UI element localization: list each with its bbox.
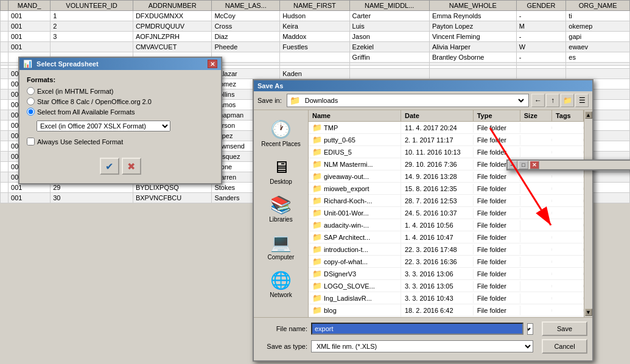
always-use-checkbox-row[interactable]: Always Use Selected Format [27,138,214,145]
save-in-select[interactable]: Downloads [303,96,526,105]
savetype-label: Save as type: [259,343,307,350]
file-tags-cell [552,248,584,251]
file-tags-cell [552,127,584,129]
file-name-cell: 📁giveaway-out... [309,170,401,182]
file-date-cell: 11. 4. 2017 20:24 [401,123,474,133]
radio-all-formats-label: Select from All Available Formats [37,108,135,116]
select-dialog-cancel-button[interactable]: ✖ [122,158,141,175]
sidebar-item-computer[interactable]: 💻 Computer [257,228,306,265]
save-dialog-minimize-button[interactable]: ─ [508,161,517,169]
file-type-cell: File folder [474,293,520,303]
file-row[interactable]: 📁putty_0-65 2. 1. 2017 11:17 File folder [309,134,584,146]
file-size-cell [520,200,552,202]
col-header-name[interactable]: Name [309,110,401,121]
save-dialog-title-controls: ─ □ ✕ [506,159,630,170]
file-size-cell [520,175,552,178]
file-type-cell: File folder [474,233,520,242]
file-size-cell [520,127,552,129]
save-button[interactable]: Save [542,321,587,336]
sidebar-item-recent-places[interactable]: 🕐 Recent Places [257,115,306,152]
folder-icon: 📁 [290,96,300,105]
save-dialog-close-button[interactable]: ✕ [530,161,539,169]
sidebar-libraries-label: Libraries [269,216,292,223]
save-dialog-body: 🕐 Recent Places 🖥 Desktop 📚 Libraries 💻 … [254,110,592,317]
file-list-header: Name Date Type Size Tags [309,110,584,122]
file-row[interactable]: 📁EDIUS_5 10. 11. 2016 10:13 File folder [309,146,584,158]
col-header-type[interactable]: Type [474,110,520,121]
cancel-button[interactable]: Cancel [542,339,587,354]
col-header-date[interactable]: Date [401,110,474,121]
file-row[interactable]: 📁Richard-Koch-... 28. 7. 2016 12:53 File… [309,195,584,207]
scroll-up-button[interactable]: ▲ [585,111,592,119]
file-name-cell: 📁audacity-win-... [309,219,401,231]
file-row[interactable]: 📁extract 11. 2. 2016 9:27 File folder [309,317,584,317]
file-size-cell [520,261,552,263]
file-row[interactable]: 📁copy-of-what... 22. 3. 2016 16:36 File … [309,256,584,268]
savetype-select[interactable]: XML file nm. (*.XLS) [311,340,533,352]
col-header-tags[interactable]: Tags [552,110,584,121]
savetype-row: Save as type: XML file nm. (*.XLS) Cance… [259,339,587,354]
file-type-cell: File folder [474,281,520,291]
computer-icon: 💻 [270,233,292,253]
format-dropdown[interactable]: Excel (in Office 2007 XSLX Format) [37,121,170,131]
sidebar-item-network[interactable]: 🌐 Network [257,266,306,303]
sidebar-item-desktop[interactable]: 🖥 Desktop [257,153,306,189]
file-row[interactable]: 📁giveaway-out... 14. 9. 2016 13:28 File … [309,170,584,183]
file-row[interactable]: 📁TMP 11. 4. 2017 20:24 File folder [309,122,584,134]
file-row[interactable]: 📁LOGO_SLOVE... 3. 3. 2016 13:05 File fol… [309,280,584,292]
save-dialog-maximize-button[interactable]: □ [519,161,528,169]
file-date-cell: 1. 4. 2016 10:56 [401,220,474,230]
scroll-down-button[interactable]: ▼ [585,309,592,316]
file-tags-cell [552,285,584,287]
sidebar-item-libraries[interactable]: 📚 Libraries [257,191,306,227]
filename-suffix-select[interactable] [527,323,533,335]
back-button[interactable]: ← [531,94,545,107]
file-size-cell [520,224,552,226]
file-row[interactable]: 📁Unit-001-Wor... 24. 5. 2016 10:37 File … [309,207,584,219]
save-sidebar: 🕐 Recent Places 🖥 Desktop 📚 Libraries 💻 … [254,110,309,317]
file-type-cell: File folder [474,147,520,157]
file-row[interactable]: 📁mioweb_export 15. 8. 2016 12:35 File fo… [309,183,584,195]
view-button[interactable]: ☰ [575,94,589,107]
file-name-cell: 📁introduction-t... [309,243,401,255]
sidebar-desktop-label: Desktop [270,178,292,185]
save-dialog-toolbar: Save in: 📁 Downloads ← ↑ 📁 ☰ [254,91,592,110]
new-folder-button[interactable]: 📁 [561,94,574,107]
save-in-dropdown-container[interactable]: 📁 Downloads [287,94,529,107]
radio-all-formats[interactable]: Select from All Available Formats [27,108,214,116]
file-type-cell: File folder [474,257,520,267]
file-list-body: 📁TMP 11. 4. 2017 20:24 File folder 📁putt… [309,122,584,317]
file-type-cell: File folder [474,306,520,315]
radio-staroffice[interactable]: Star Office 8 Calc / OpenOffice.org 2.0 [27,97,214,105]
sidebar-recent-label: Recent Places [261,141,300,147]
file-date-cell: 22. 3. 2016 16:36 [401,257,474,267]
file-size-cell [520,273,552,275]
radio-excel-mhtml[interactable]: Excel (in MHTML Format) [27,87,214,95]
file-name-cell: 📁putty_0-65 [309,134,401,145]
format-radio-group: Excel (in MHTML Format) Star Office 8 Ca… [27,87,214,116]
file-row[interactable]: 📁DSignerV3 3. 3. 2016 13:06 File folder [309,268,584,280]
file-row[interactable]: 📁SAP Architect... 1. 4. 2016 10:47 File … [309,231,584,243]
file-row[interactable]: 📁introduction-t... 22. 3. 2016 17:48 Fil… [309,243,584,256]
file-size-cell [520,212,552,214]
scrollbar[interactable]: ▲ ▼ [584,110,592,317]
file-row[interactable]: 📁Ing_LadislavR... 3. 3. 2016 10:43 File … [309,292,584,304]
filename-input[interactable] [311,323,523,335]
file-date-cell: 24. 5. 2016 10:37 [401,208,474,218]
file-tags-cell [552,139,584,141]
file-type-cell: File folder [474,269,520,279]
file-tags-cell [552,273,584,275]
select-dialog-close-button[interactable]: ✕ [208,60,217,68]
file-size-cell [520,285,552,287]
save-footer: File name: Save Save as type: XML file n… [254,317,592,360]
file-name-cell: 📁extract [309,317,401,317]
file-row[interactable]: 📁audacity-win-... 1. 4. 2016 10:56 File … [309,219,584,231]
col-header-size[interactable]: Size [520,110,552,121]
file-row[interactable]: 📁blog 18. 2. 2016 6:42 File folder [309,304,584,317]
up-button[interactable]: ↑ [546,94,559,107]
always-use-checkbox[interactable] [27,138,35,145]
file-tags-cell [552,309,584,312]
file-type-cell: File folder [474,135,520,145]
select-dialog-ok-button[interactable]: ✔ [100,158,119,175]
ok-checkmark-icon: ✔ [105,161,113,172]
